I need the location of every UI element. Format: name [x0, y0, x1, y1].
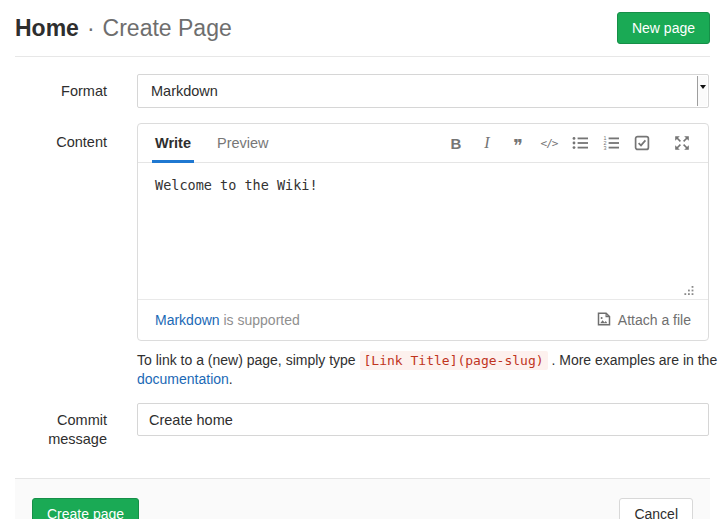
resize-handle[interactable] — [681, 286, 694, 296]
attach-file-label: Attach a file — [618, 312, 691, 328]
content-textarea[interactable]: Welcome to the Wiki! — [138, 163, 708, 299]
format-select[interactable]: Markdown — [137, 74, 709, 108]
help-text-before: To link to a (new) page, simply type — [137, 352, 360, 368]
markdown-editor: Write Preview B I ❞ </> 123 — [137, 123, 709, 341]
tab-write[interactable]: Write — [155, 124, 191, 162]
wiki-link-help-text: To link to a (new) page, simply type [Li… — [137, 351, 725, 389]
help-text-after: . — [229, 371, 233, 387]
italic-icon[interactable]: I — [478, 133, 496, 153]
form-actions-footer: Create page Cancel — [15, 478, 710, 519]
commit-message-row: Commit message — [0, 403, 725, 449]
create-page-button[interactable]: Create page — [32, 498, 139, 519]
commit-message-label: Commit message — [0, 403, 107, 449]
link-syntax-code: [Link Title](page-slug) — [360, 351, 548, 370]
cancel-button[interactable]: Cancel — [619, 498, 693, 519]
code-icon[interactable]: </> — [540, 133, 558, 153]
page-title: Home · Create Page — [15, 15, 232, 42]
supported-text: is supported — [220, 312, 300, 328]
attach-file-button[interactable]: Attach a file — [596, 311, 691, 330]
content-row: Content Write Preview B I ❞ </> 123 — [0, 123, 725, 341]
page-title-separator: · — [87, 15, 95, 42]
editor-toolbar: B I ❞ </> 123 — [447, 124, 691, 162]
numbered-list-icon[interactable]: 123 — [602, 133, 620, 153]
editor-tabbar: Write Preview B I ❞ </> 123 — [138, 124, 708, 163]
editor-footer: Markdown is supported Attach a file — [138, 300, 708, 340]
bold-icon[interactable]: B — [447, 133, 465, 153]
bulleted-list-icon[interactable] — [571, 133, 589, 153]
page-header: Home · Create Page New page — [15, 0, 710, 57]
documentation-link[interactable]: documentation — [137, 371, 229, 387]
help-text-middle: . More examples are in the — [548, 352, 718, 368]
page-title-subtitle: Create Page — [103, 15, 232, 42]
select-dropdown-arrow-icon[interactable] — [697, 76, 707, 106]
svg-text:3: 3 — [603, 145, 606, 151]
fullscreen-icon[interactable] — [673, 133, 691, 153]
commit-message-input[interactable] — [137, 403, 709, 436]
editor-write-area: Welcome to the Wiki! — [138, 163, 708, 300]
new-page-button[interactable]: New page — [617, 12, 710, 44]
page-title-home: Home — [15, 15, 79, 42]
blockquote-icon[interactable]: ❞ — [509, 133, 527, 153]
tab-preview[interactable]: Preview — [217, 124, 269, 162]
format-row: Format Markdown — [0, 74, 725, 108]
format-select-value: Markdown — [151, 83, 218, 99]
format-label: Format — [0, 74, 107, 108]
markdown-help-link[interactable]: Markdown — [155, 312, 220, 328]
content-label: Content — [0, 123, 107, 341]
attach-file-icon — [596, 311, 612, 330]
task-list-icon[interactable] — [633, 133, 651, 153]
